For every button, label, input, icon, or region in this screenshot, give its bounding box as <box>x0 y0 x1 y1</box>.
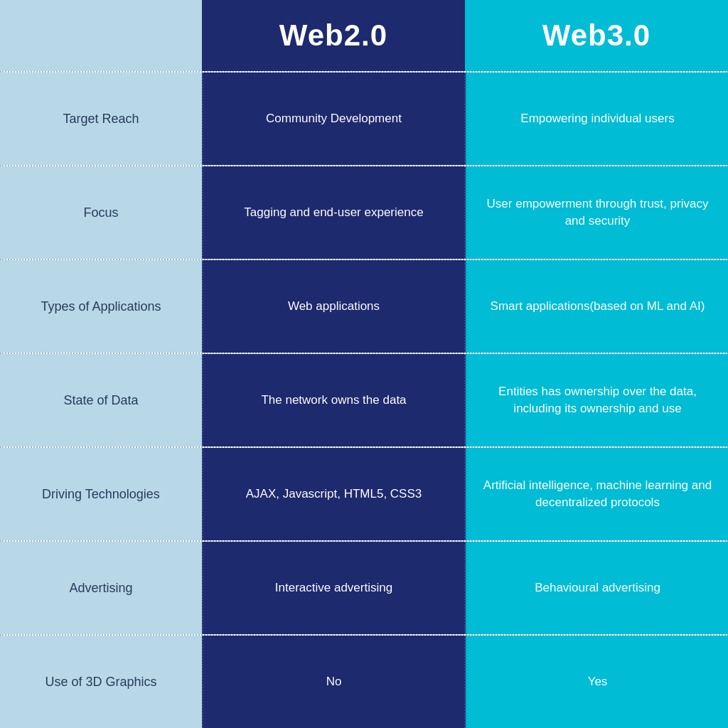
web2-cell: Web applications <box>202 260 466 353</box>
row-label: Use of 3D Graphics <box>45 675 156 690</box>
web3-value: Empowering individual users <box>520 110 674 127</box>
label-cell: Driving Technologies <box>0 448 202 540</box>
table-row: Driving Technologies AJAX, Javascript, H… <box>0 446 728 540</box>
web2-value: AJAX, Javascript, HTML5, CSS3 <box>246 486 422 503</box>
web2-cell: The network owns the data <box>202 354 466 446</box>
web2-title: Web2.0 <box>279 18 387 53</box>
header-label-cell <box>0 0 202 71</box>
table-row: State of Data The network owns the data … <box>0 353 728 446</box>
web3-cell: Smart applications(based on ML and AI) <box>466 260 728 353</box>
table-row: Use of 3D Graphics No Yes <box>0 634 728 728</box>
web3-value: Smart applications(based on ML and AI) <box>491 298 705 315</box>
web2-cell: Tagging and end-user experience <box>202 166 466 259</box>
label-cell: State of Data <box>0 354 202 446</box>
table-row: Types of Applications Web applications S… <box>0 259 728 353</box>
row-label: Driving Technologies <box>42 487 160 502</box>
label-cell: Use of 3D Graphics <box>0 636 202 728</box>
table-row: Advertising Interactive advertising Beha… <box>0 540 728 634</box>
web2-cell: Interactive advertising <box>202 542 466 634</box>
web3-cell: Empowering individual users <box>466 73 728 165</box>
row-label: Focus <box>83 205 118 220</box>
comparison-table: Web2.0 Web3.0 Target Reach Community Dev… <box>0 0 728 728</box>
web2-cell: Community Development <box>202 73 466 165</box>
web3-value: Artificial intelligence, machine learnin… <box>478 477 717 511</box>
web2-value: Web applications <box>288 298 380 315</box>
web2-cell: AJAX, Javascript, HTML5, CSS3 <box>202 448 466 540</box>
web2-cell: No <box>202 636 466 728</box>
web3-header: Web3.0 <box>465 0 728 71</box>
web3-cell: Artificial intelligence, machine learnin… <box>466 448 728 540</box>
web3-value: Behavioural advertising <box>535 579 660 596</box>
web3-title: Web3.0 <box>542 18 651 53</box>
web3-cell: Entities has ownership over the data, in… <box>466 354 728 446</box>
web2-value: Community Development <box>266 110 402 127</box>
web3-cell: Yes <box>466 636 728 728</box>
data-rows: Target Reach Community Development Empow… <box>0 71 728 728</box>
header-row: Web2.0 Web3.0 <box>0 0 728 71</box>
table-row: Focus Tagging and end-user experience Us… <box>0 165 728 259</box>
web2-header: Web2.0 <box>202 0 465 71</box>
label-cell: Focus <box>0 166 202 259</box>
web3-value: User empowerment through trust, privacy … <box>478 196 717 230</box>
row-label: Advertising <box>69 581 132 596</box>
table-row: Target Reach Community Development Empow… <box>0 71 728 165</box>
row-label: State of Data <box>63 393 138 408</box>
row-label: Types of Applications <box>41 299 161 314</box>
label-cell: Target Reach <box>0 73 202 165</box>
web2-value: Interactive advertising <box>275 579 392 596</box>
web3-cell: User empowerment through trust, privacy … <box>466 166 728 259</box>
web3-cell: Behavioural advertising <box>466 542 728 634</box>
web2-value: No <box>326 673 342 690</box>
web2-value: The network owns the data <box>261 392 406 409</box>
web3-value: Entities has ownership over the data, in… <box>478 383 717 417</box>
web2-value: Tagging and end-user experience <box>244 204 423 221</box>
row-label: Target Reach <box>63 112 139 127</box>
label-cell: Advertising <box>0 542 202 634</box>
label-cell: Types of Applications <box>0 260 202 353</box>
web3-value: Yes <box>588 673 608 690</box>
